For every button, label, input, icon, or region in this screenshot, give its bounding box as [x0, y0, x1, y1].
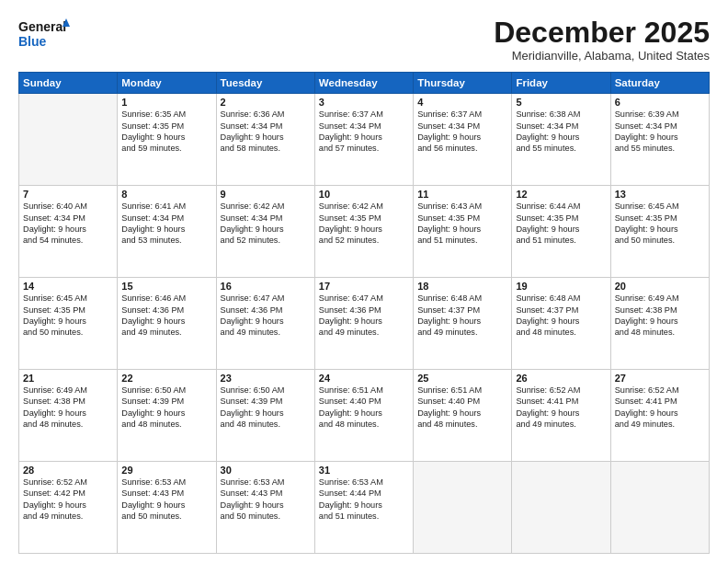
- sunset-text: Sunset: 4:34 PM: [23, 213, 113, 224]
- daylight-minutes: and 55 minutes.: [516, 143, 606, 154]
- sunset-text: Sunset: 4:42 PM: [23, 488, 113, 499]
- daylight-hours: Daylight: 9 hours: [121, 500, 211, 511]
- calendar-cell: 24 Sunrise: 6:51 AM Sunset: 4:40 PM Dayl…: [314, 370, 413, 462]
- calendar-cell: 18 Sunrise: 6:48 AM Sunset: 4:37 PM Dayl…: [414, 278, 512, 370]
- daylight-minutes: and 48 minutes.: [121, 419, 211, 430]
- daylight-minutes: and 49 minutes.: [417, 327, 507, 338]
- calendar-cell: 8 Sunrise: 6:41 AM Sunset: 4:34 PM Dayli…: [118, 186, 216, 278]
- calendar-cell: 27 Sunrise: 6:52 AM Sunset: 4:41 PM Dayl…: [610, 370, 709, 462]
- sunset-text: Sunset: 4:35 PM: [319, 213, 409, 224]
- calendar-cell: [414, 462, 512, 554]
- calendar-cell: 5 Sunrise: 6:38 AM Sunset: 4:34 PM Dayli…: [512, 94, 610, 186]
- daylight-hours: Daylight: 9 hours: [319, 408, 409, 419]
- sunset-text: Sunset: 4:37 PM: [516, 304, 606, 316]
- sunset-text: Sunset: 4:36 PM: [121, 304, 211, 316]
- header-wednesday: Wednesday: [314, 73, 413, 94]
- calendar-cell: 10 Sunrise: 6:42 AM Sunset: 4:35 PM Dayl…: [314, 186, 413, 278]
- sunrise-text: Sunrise: 6:40 AM: [23, 201, 113, 212]
- calendar-cell: 26 Sunrise: 6:52 AM Sunset: 4:41 PM Dayl…: [512, 370, 610, 462]
- daylight-minutes: and 49 minutes.: [221, 327, 311, 338]
- daylight-hours: Daylight: 9 hours: [417, 224, 507, 235]
- daylight-hours: Daylight: 9 hours: [319, 224, 409, 235]
- daylight-minutes: and 50 minutes.: [121, 511, 211, 522]
- daylight-minutes: and 49 minutes.: [516, 419, 606, 430]
- header: General Blue December 2025 Meridianville…: [18, 17, 710, 63]
- calendar-table: Sunday Monday Tuesday Wednesday Thursday…: [18, 72, 710, 554]
- daylight-hours: Daylight: 9 hours: [319, 316, 409, 327]
- daylight-minutes: and 57 minutes.: [319, 143, 409, 154]
- daylight-hours: Daylight: 9 hours: [121, 132, 211, 143]
- daylight-hours: Daylight: 9 hours: [221, 132, 311, 143]
- day-number: 31: [319, 465, 409, 476]
- day-number: 29: [121, 465, 211, 476]
- sunrise-text: Sunrise: 6:38 AM: [516, 109, 606, 120]
- daylight-minutes: and 59 minutes.: [121, 143, 211, 154]
- calendar-cell: 28 Sunrise: 6:52 AM Sunset: 4:42 PM Dayl…: [19, 462, 118, 554]
- sunset-text: Sunset: 4:35 PM: [23, 304, 113, 316]
- calendar-cell: 13 Sunrise: 6:45 AM Sunset: 4:35 PM Dayl…: [610, 186, 709, 278]
- calendar-cell: [19, 94, 118, 186]
- daylight-hours: Daylight: 9 hours: [23, 224, 113, 235]
- calendar-cell: 17 Sunrise: 6:47 AM Sunset: 4:36 PM Dayl…: [314, 278, 413, 370]
- header-tuesday: Tuesday: [216, 73, 314, 94]
- day-number: 9: [221, 189, 311, 200]
- daylight-hours: Daylight: 9 hours: [615, 408, 705, 419]
- sunset-text: Sunset: 4:37 PM: [417, 304, 507, 316]
- sunrise-text: Sunrise: 6:46 AM: [121, 293, 211, 304]
- daylight-hours: Daylight: 9 hours: [221, 316, 311, 327]
- daylight-hours: Daylight: 9 hours: [417, 132, 507, 143]
- week-row-4: 28 Sunrise: 6:52 AM Sunset: 4:42 PM Dayl…: [19, 462, 710, 554]
- day-number: 6: [615, 97, 705, 108]
- calendar-cell: 20 Sunrise: 6:49 AM Sunset: 4:38 PM Dayl…: [610, 278, 709, 370]
- sunrise-text: Sunrise: 6:53 AM: [221, 477, 311, 488]
- sunset-text: Sunset: 4:34 PM: [516, 121, 606, 132]
- sunset-text: Sunset: 4:40 PM: [319, 396, 409, 407]
- day-number: 27: [615, 373, 705, 384]
- sunrise-text: Sunrise: 6:44 AM: [516, 201, 606, 212]
- sunset-text: Sunset: 4:35 PM: [516, 213, 606, 224]
- calendar-cell: 25 Sunrise: 6:51 AM Sunset: 4:40 PM Dayl…: [414, 370, 512, 462]
- daylight-hours: Daylight: 9 hours: [319, 500, 409, 511]
- calendar-cell: 31 Sunrise: 6:53 AM Sunset: 4:44 PM Dayl…: [314, 462, 413, 554]
- calendar-cell: 23 Sunrise: 6:50 AM Sunset: 4:39 PM Dayl…: [216, 370, 314, 462]
- sunset-text: Sunset: 4:36 PM: [319, 304, 409, 316]
- calendar-cell: 2 Sunrise: 6:36 AM Sunset: 4:34 PM Dayli…: [216, 94, 314, 186]
- calendar-cell: 14 Sunrise: 6:45 AM Sunset: 4:35 PM Dayl…: [19, 278, 118, 370]
- daylight-hours: Daylight: 9 hours: [121, 316, 211, 327]
- daylight-minutes: and 48 minutes.: [221, 419, 311, 430]
- daylight-minutes: and 50 minutes.: [221, 511, 311, 522]
- daylight-minutes: and 51 minutes.: [516, 235, 606, 246]
- logo-svg: General Blue: [18, 17, 70, 50]
- weekday-header-row: Sunday Monday Tuesday Wednesday Thursday…: [19, 73, 710, 94]
- daylight-minutes: and 48 minutes.: [615, 327, 705, 338]
- daylight-minutes: and 51 minutes.: [319, 511, 409, 522]
- daylight-hours: Daylight: 9 hours: [417, 316, 507, 327]
- day-number: 8: [121, 189, 211, 200]
- sunset-text: Sunset: 4:38 PM: [615, 304, 705, 316]
- daylight-minutes: and 55 minutes.: [615, 143, 705, 154]
- sunrise-text: Sunrise: 6:53 AM: [121, 477, 211, 488]
- calendar-cell: 9 Sunrise: 6:42 AM Sunset: 4:34 PM Dayli…: [216, 186, 314, 278]
- sunrise-text: Sunrise: 6:39 AM: [615, 109, 705, 120]
- calendar-cell: 3 Sunrise: 6:37 AM Sunset: 4:34 PM Dayli…: [314, 94, 413, 186]
- sunset-text: Sunset: 4:43 PM: [121, 488, 211, 499]
- day-number: 1: [121, 97, 211, 108]
- header-monday: Monday: [118, 73, 216, 94]
- calendar-cell: 16 Sunrise: 6:47 AM Sunset: 4:36 PM Dayl…: [216, 278, 314, 370]
- header-friday: Friday: [512, 73, 610, 94]
- sunrise-text: Sunrise: 6:53 AM: [319, 477, 409, 488]
- calendar-cell: 12 Sunrise: 6:44 AM Sunset: 4:35 PM Dayl…: [512, 186, 610, 278]
- daylight-minutes: and 52 minutes.: [319, 235, 409, 246]
- location: Meridianville, Alabama, United States: [494, 49, 710, 63]
- sunrise-text: Sunrise: 6:47 AM: [319, 293, 409, 304]
- daylight-minutes: and 51 minutes.: [417, 235, 507, 246]
- daylight-minutes: and 49 minutes.: [121, 327, 211, 338]
- daylight-hours: Daylight: 9 hours: [221, 224, 311, 235]
- calendar-cell: 30 Sunrise: 6:53 AM Sunset: 4:43 PM Dayl…: [216, 462, 314, 554]
- day-number: 25: [417, 373, 507, 384]
- sunrise-text: Sunrise: 6:51 AM: [319, 385, 409, 396]
- day-number: 14: [23, 281, 113, 292]
- sunset-text: Sunset: 4:36 PM: [221, 304, 311, 316]
- day-number: 4: [417, 97, 507, 108]
- daylight-hours: Daylight: 9 hours: [121, 408, 211, 419]
